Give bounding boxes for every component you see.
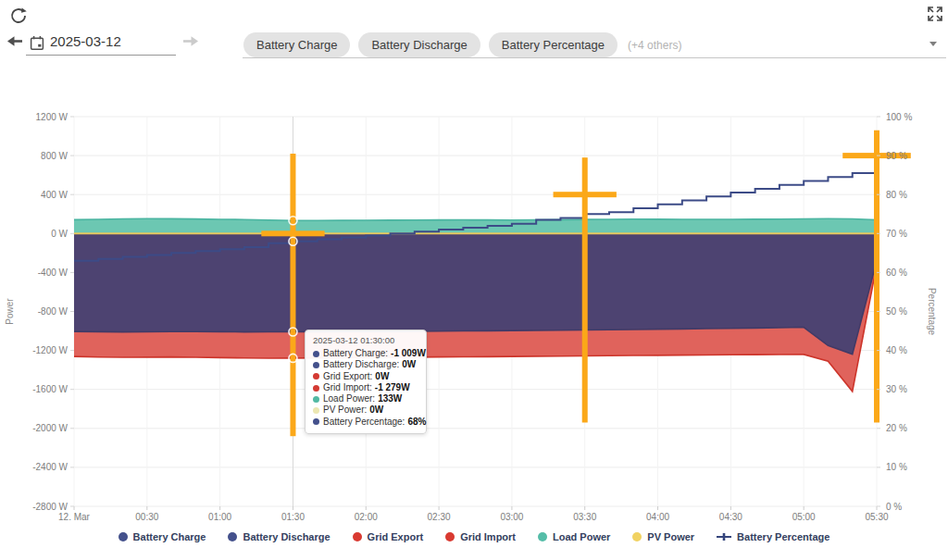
tooltip-series-label: PV Power: xyxy=(323,404,367,416)
calendar-icon xyxy=(30,35,44,55)
series-color-dot-icon xyxy=(313,362,319,368)
refresh-button[interactable] xyxy=(7,6,30,28)
power-chart[interactable]: 1200 W800 W400 W0 W-400 W-800 W-1200 W-1… xyxy=(0,102,948,537)
legend-item-battery-percentage[interactable]: Battery Percentage xyxy=(717,531,830,542)
y-right-tick-label: 10 % xyxy=(886,462,907,472)
date-underline xyxy=(26,55,176,56)
tooltip-series-label: Grid Export: xyxy=(323,371,372,382)
chip-battery-discharge[interactable]: Battery Discharge xyxy=(358,32,480,57)
chart-canvas[interactable]: 1200 W800 W400 W0 W-400 W-800 W-1200 W-1… xyxy=(0,102,948,537)
x-tick-label: 05:30 xyxy=(865,512,888,522)
tooltip-rows: Battery Charge:-1 009WBattery Discharge:… xyxy=(313,348,418,428)
chart-legend: Battery ChargeBattery DischargeGrid Expo… xyxy=(0,531,948,542)
arrow-left-icon xyxy=(6,35,23,50)
legend-label: Grid Export xyxy=(368,531,424,542)
tooltip-series-value: 133W xyxy=(378,393,402,404)
series-color-dot-icon xyxy=(313,418,319,425)
arrow-right-icon xyxy=(182,35,199,50)
marker-vertical-bar xyxy=(290,154,295,436)
x-tick-label: 00:30 xyxy=(135,512,158,522)
y-right-tick-label: 30 % xyxy=(886,384,907,394)
chip-battery-percentage[interactable]: Battery Percentage xyxy=(489,32,617,57)
marker-horizontal-bar xyxy=(554,192,617,197)
date-input[interactable] xyxy=(50,33,170,49)
y-left-tick-label: 1200 W xyxy=(36,112,69,122)
tooltip-timestamp: 2025-03-12 01:30:00 xyxy=(313,335,418,345)
tooltip-series-value: 0W xyxy=(402,359,416,370)
tooltip-row: PV Power:0W xyxy=(313,404,418,416)
refresh-icon xyxy=(9,6,28,28)
y-right-tick-label: 40 % xyxy=(886,345,907,355)
marker-vertical-bar xyxy=(874,131,879,423)
others-count-label: (+4 others) xyxy=(628,39,681,52)
tooltip-row: Grid Export:0W xyxy=(313,371,418,382)
x-tick-label: 04:30 xyxy=(719,512,742,522)
legend-circle-icon xyxy=(445,532,455,541)
previous-day-button[interactable] xyxy=(6,35,24,50)
legend-label: Load Power xyxy=(553,531,610,542)
tooltip-series-label: Battery Discharge: xyxy=(323,359,399,370)
legend-item-load-power[interactable]: Load Power xyxy=(538,531,610,542)
tooltip-series-value: -1 279W xyxy=(375,382,410,393)
tooltip-series-label: Battery Charge: xyxy=(323,348,388,359)
y-right-tick-label: 20 % xyxy=(886,423,907,433)
y-right-tick-label: 70 % xyxy=(886,229,907,239)
legend-circle-icon xyxy=(228,532,237,541)
x-tick-label: 01:00 xyxy=(208,512,231,522)
y-left-tick-label: -2800 W xyxy=(32,502,68,512)
series-color-dot-icon xyxy=(313,407,319,414)
y-right-tick-label: 90 % xyxy=(886,151,907,161)
y-left-tick-label: -1600 W xyxy=(32,384,68,394)
tooltip-row: Grid Import:-1 279W xyxy=(313,382,418,393)
y-left-axis-title: Power xyxy=(5,298,15,325)
tooltip-series-value: 68% xyxy=(407,417,426,428)
y-left-tick-label: -2000 W xyxy=(32,423,68,433)
tooltip-row: Load Power:133W xyxy=(313,393,418,404)
legend-label: Battery Charge xyxy=(133,531,206,542)
next-day-button[interactable] xyxy=(181,35,200,50)
legend-label: PV Power xyxy=(647,531,694,542)
y-right-tick-label: 60 % xyxy=(886,268,907,278)
series-select-underline xyxy=(243,57,946,58)
legend-item-grid-import[interactable]: Grid Import xyxy=(445,531,516,542)
tooltip-series-value: -1 009W xyxy=(391,348,426,359)
y-right-tick-label: 50 % xyxy=(886,306,907,317)
legend-item-pv-power[interactable]: PV Power xyxy=(632,531,694,542)
legend-circle-icon xyxy=(538,532,547,541)
x-tick-label: 01:30 xyxy=(281,512,305,522)
legend-item-grid-export[interactable]: Grid Export xyxy=(353,531,424,542)
tooltip-row: Battery Percentage:68% xyxy=(313,417,418,428)
x-tick-label: 04:00 xyxy=(646,512,669,522)
legend-item-battery-charge[interactable]: Battery Charge xyxy=(118,531,206,542)
x-tick-label: 12. Mar xyxy=(58,512,91,522)
series-color-dot-icon xyxy=(313,373,319,380)
y-right-tick-label: 80 % xyxy=(886,190,907,200)
series-color-dot-icon xyxy=(313,385,319,392)
tooltip-series-label: Load Power: xyxy=(323,393,375,404)
tooltip-series-value: 0W xyxy=(369,404,383,416)
y-left-tick-label: -2400 W xyxy=(32,462,68,472)
legend-label: Battery Percentage xyxy=(737,531,830,542)
series-filter: Battery Charge Battery Discharge Battery… xyxy=(243,32,681,57)
series-color-dot-icon xyxy=(313,351,319,357)
chart-tooltip: 2025-03-12 01:30:00 Battery Charge:-1 00… xyxy=(305,330,427,434)
legend-label: Grid Import xyxy=(460,531,516,542)
y-right-tick-label: 0 % xyxy=(886,502,902,512)
chip-battery-charge[interactable]: Battery Charge xyxy=(243,32,350,57)
legend-item-battery-discharge[interactable]: Battery Discharge xyxy=(228,531,330,542)
y-left-tick-label: -800 W xyxy=(38,306,69,317)
legend-circle-icon xyxy=(632,532,642,541)
y-left-tick-label: -400 W xyxy=(38,268,69,278)
x-tick-label: 02:00 xyxy=(355,512,378,522)
power-dashboard: Battery Charge Battery Discharge Battery… xyxy=(0,0,948,560)
y-right-axis-title: Percentage xyxy=(927,288,937,336)
fullscreen-button[interactable] xyxy=(924,4,946,26)
chevron-down-icon[interactable] xyxy=(929,42,937,46)
series-color-dot-icon xyxy=(313,396,319,403)
y-left-tick-label: -1200 W xyxy=(32,345,68,355)
series-area-load-power xyxy=(74,218,877,233)
fullscreen-icon xyxy=(927,6,943,25)
legend-cross-icon xyxy=(717,532,731,541)
tooltip-series-value: 0W xyxy=(375,371,389,382)
x-tick-label: 05:00 xyxy=(792,512,816,522)
